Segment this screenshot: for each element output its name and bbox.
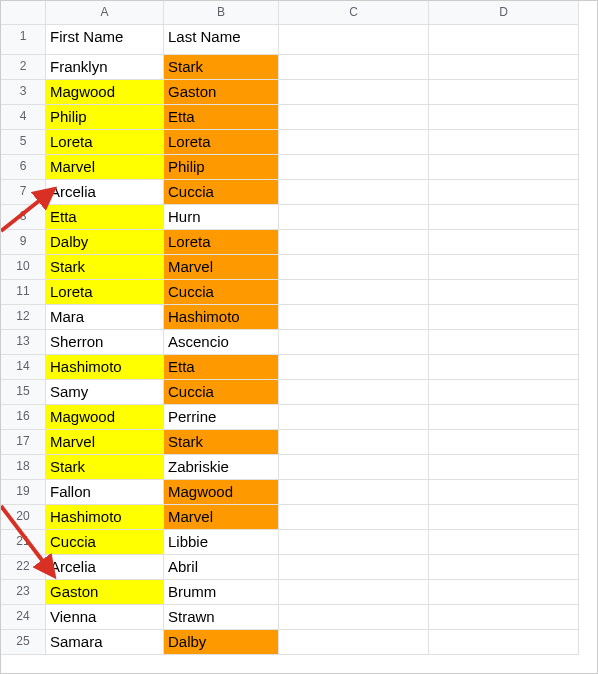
column-header-d[interactable]: D: [429, 1, 579, 25]
cell[interactable]: [279, 405, 429, 430]
row-header[interactable]: 22: [1, 555, 46, 580]
row-header[interactable]: 19: [1, 480, 46, 505]
cell[interactable]: [429, 380, 579, 405]
cell[interactable]: Brumm: [164, 580, 279, 605]
row-header[interactable]: 20: [1, 505, 46, 530]
cell[interactable]: [429, 355, 579, 380]
cell[interactable]: Marvel: [164, 255, 279, 280]
row-header[interactable]: 6: [1, 155, 46, 180]
cell[interactable]: [279, 305, 429, 330]
row-header[interactable]: 16: [1, 405, 46, 430]
cell[interactable]: Franklyn: [46, 55, 164, 80]
cell[interactable]: Magwood: [46, 405, 164, 430]
row-header[interactable]: 14: [1, 355, 46, 380]
cell[interactable]: [279, 480, 429, 505]
cell[interactable]: [279, 580, 429, 605]
cell[interactable]: [279, 630, 429, 655]
cell[interactable]: Magwood: [164, 480, 279, 505]
cell[interactable]: [429, 605, 579, 630]
row-header[interactable]: 23: [1, 580, 46, 605]
cell[interactable]: [429, 255, 579, 280]
row-header[interactable]: 15: [1, 380, 46, 405]
cell[interactable]: [429, 280, 579, 305]
cell[interactable]: Philip: [164, 155, 279, 180]
cell[interactable]: Stark: [164, 55, 279, 80]
row-header[interactable]: 18: [1, 455, 46, 480]
corner-cell[interactable]: [1, 1, 46, 25]
cell[interactable]: [429, 555, 579, 580]
cell[interactable]: [279, 205, 429, 230]
cell[interactable]: [279, 105, 429, 130]
cell[interactable]: [279, 355, 429, 380]
cell[interactable]: [429, 180, 579, 205]
cell[interactable]: Hashimoto: [46, 505, 164, 530]
row-header[interactable]: 24: [1, 605, 46, 630]
cell[interactable]: [429, 630, 579, 655]
cell[interactable]: [279, 55, 429, 80]
row-header[interactable]: 4: [1, 105, 46, 130]
cell[interactable]: Etta: [46, 205, 164, 230]
cell[interactable]: Hashimoto: [46, 355, 164, 380]
row-header[interactable]: 3: [1, 80, 46, 105]
cell[interactable]: Stark: [46, 455, 164, 480]
cell[interactable]: [279, 380, 429, 405]
cell[interactable]: Strawn: [164, 605, 279, 630]
cell[interactable]: [429, 405, 579, 430]
cell[interactable]: [429, 330, 579, 355]
cell[interactable]: Loreta: [164, 230, 279, 255]
cell[interactable]: [429, 455, 579, 480]
cell[interactable]: First Name: [46, 25, 164, 55]
cell[interactable]: Etta: [164, 355, 279, 380]
cell[interactable]: [279, 555, 429, 580]
cell[interactable]: Fallon: [46, 480, 164, 505]
cell[interactable]: [279, 230, 429, 255]
cell[interactable]: [429, 155, 579, 180]
cell[interactable]: [429, 80, 579, 105]
cell[interactable]: Mara: [46, 305, 164, 330]
cell[interactable]: Gaston: [46, 580, 164, 605]
cell[interactable]: Dalby: [164, 630, 279, 655]
cell[interactable]: Dalby: [46, 230, 164, 255]
cell[interactable]: [429, 480, 579, 505]
row-header[interactable]: 25: [1, 630, 46, 655]
cell[interactable]: Marvel: [46, 430, 164, 455]
row-header[interactable]: 7: [1, 180, 46, 205]
row-header[interactable]: 5: [1, 130, 46, 155]
row-header[interactable]: 13: [1, 330, 46, 355]
cell[interactable]: [429, 230, 579, 255]
cell[interactable]: Marvel: [46, 155, 164, 180]
column-header-a[interactable]: A: [46, 1, 164, 25]
cell[interactable]: [279, 255, 429, 280]
cell[interactable]: Libbie: [164, 530, 279, 555]
row-header[interactable]: 9: [1, 230, 46, 255]
cell[interactable]: [429, 505, 579, 530]
row-header[interactable]: 21: [1, 530, 46, 555]
row-header[interactable]: 17: [1, 430, 46, 455]
cell[interactable]: Stark: [46, 255, 164, 280]
cell[interactable]: [279, 80, 429, 105]
cell[interactable]: Philip: [46, 105, 164, 130]
cell[interactable]: [279, 505, 429, 530]
cell[interactable]: Abril: [164, 555, 279, 580]
cell[interactable]: Loreta: [46, 280, 164, 305]
cell[interactable]: Cuccia: [164, 280, 279, 305]
cell[interactable]: Magwood: [46, 80, 164, 105]
cell[interactable]: Arcelia: [46, 555, 164, 580]
cell[interactable]: [279, 25, 429, 55]
cell[interactable]: [429, 305, 579, 330]
row-header[interactable]: 2: [1, 55, 46, 80]
row-header[interactable]: 12: [1, 305, 46, 330]
cell[interactable]: [429, 205, 579, 230]
cell[interactable]: Cuccia: [46, 530, 164, 555]
cell[interactable]: Stark: [164, 430, 279, 455]
cell[interactable]: [429, 530, 579, 555]
cell[interactable]: [429, 130, 579, 155]
cell[interactable]: [279, 280, 429, 305]
row-header[interactable]: 10: [1, 255, 46, 280]
cell[interactable]: [279, 455, 429, 480]
row-header[interactable]: 8: [1, 205, 46, 230]
cell[interactable]: Last Name: [164, 25, 279, 55]
column-header-b[interactable]: B: [164, 1, 279, 25]
cell[interactable]: Zabriskie: [164, 455, 279, 480]
cell[interactable]: Cuccia: [164, 180, 279, 205]
